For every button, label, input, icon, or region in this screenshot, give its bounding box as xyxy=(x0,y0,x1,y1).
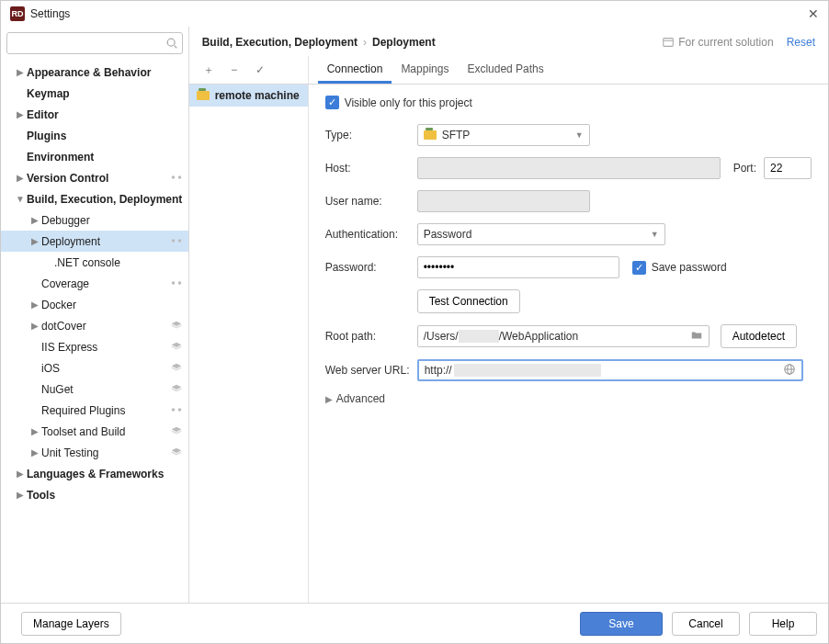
visible-only-checkbox[interactable]: ✓ xyxy=(325,96,339,109)
chevron-down-icon: ▼ xyxy=(575,130,584,140)
chevron-icon: ▶ xyxy=(14,67,27,77)
tree-item-label: NuGet xyxy=(41,383,166,396)
tree-item[interactable]: Plugins xyxy=(1,125,188,146)
password-input[interactable] xyxy=(417,256,619,278)
apply-button[interactable]: ✓ xyxy=(252,62,268,78)
advanced-section-toggle[interactable]: ▶ Advanced xyxy=(325,392,812,405)
globe-icon[interactable] xyxy=(783,363,796,378)
solution-icon xyxy=(170,234,183,249)
tree-item[interactable]: ▶dotCover xyxy=(1,315,188,336)
remove-server-button[interactable]: − xyxy=(226,62,243,78)
tree-item-label: dotCover xyxy=(41,320,166,333)
window-title: Settings xyxy=(30,7,70,20)
username-label: User name: xyxy=(325,195,417,208)
svg-point-7 xyxy=(177,281,181,285)
svg-line-1 xyxy=(174,46,176,49)
tree-item-label: Toolset and Build xyxy=(41,425,166,438)
tree-item-label: Appearance & Behavior xyxy=(27,66,183,79)
tree-item[interactable]: ▼Build, Execution, Deployment xyxy=(1,188,188,209)
layers-icon xyxy=(170,319,183,333)
test-connection-button[interactable]: Test Connection xyxy=(417,289,520,313)
tree-item[interactable]: Environment xyxy=(1,146,188,167)
svg-point-2 xyxy=(171,175,175,179)
tree-item-label: Debugger xyxy=(41,214,183,227)
svg-point-6 xyxy=(171,281,175,285)
search-input-wrapper xyxy=(6,32,183,54)
cancel-button[interactable]: Cancel xyxy=(672,612,740,636)
tree-item[interactable]: ▶Version Control xyxy=(1,167,188,188)
tree-item[interactable]: .NET console xyxy=(1,252,188,273)
host-label: Host: xyxy=(325,162,417,175)
tree-item[interactable]: ▶Toolset and Build xyxy=(1,421,188,442)
tree-item[interactable]: IIS Express xyxy=(1,336,188,357)
tree-item-label: Version Control xyxy=(27,172,166,185)
for-current-solution-label: For current solution xyxy=(662,36,773,49)
save-password-checkbox[interactable]: ✓ xyxy=(632,261,646,275)
manage-layers-button[interactable]: Manage Layers xyxy=(21,612,121,636)
svg-point-9 xyxy=(177,408,181,412)
host-input[interactable] xyxy=(417,157,721,179)
tree-item-label: Deployment xyxy=(41,235,166,248)
tree-item-label: Coverage xyxy=(41,277,166,290)
tree-item[interactable]: ▶Docker xyxy=(1,294,188,315)
solution-icon xyxy=(170,171,183,186)
chevron-right-icon: ▶ xyxy=(325,394,333,404)
chevron-icon: ▶ xyxy=(14,490,27,500)
tree-item[interactable]: NuGet xyxy=(1,378,188,400)
auth-select[interactable]: Password ▼ xyxy=(417,223,665,245)
breadcrumb: Build, Execution, Deployment › Deploymen… xyxy=(202,36,663,49)
tree-item[interactable]: iOS xyxy=(1,357,188,378)
port-input[interactable] xyxy=(764,157,812,179)
chevron-right-icon: › xyxy=(363,36,367,49)
tree-item[interactable]: ▶Debugger xyxy=(1,209,188,231)
settings-tree: ▶Appearance & BehaviorKeymap▶EditorPlugi… xyxy=(1,60,188,603)
web-url-label: Web server URL: xyxy=(325,364,417,377)
tree-item[interactable]: ▶Unit Testing xyxy=(1,442,188,463)
chevron-icon: ▶ xyxy=(14,109,27,119)
tree-item-label: Languages & Frameworks xyxy=(27,468,183,480)
app-icon: RD xyxy=(10,6,25,21)
tree-item[interactable]: Required Plugins xyxy=(1,400,188,421)
tree-item-label: Environment xyxy=(27,151,183,164)
add-server-button[interactable]: ＋ xyxy=(200,62,217,78)
tab-excluded-paths[interactable]: Excluded Paths xyxy=(458,56,552,84)
dialog-footer: Manage Layers Save Cancel Help xyxy=(1,603,828,643)
tree-item[interactable]: ▶Appearance & Behavior xyxy=(1,62,188,83)
root-path-label: Root path: xyxy=(325,330,417,343)
server-item[interactable]: remote machine xyxy=(189,85,308,107)
layers-icon xyxy=(170,382,183,397)
chevron-down-icon: ▼ xyxy=(651,230,659,239)
auth-label: Authentication: xyxy=(325,228,417,241)
chevron-icon: ▶ xyxy=(14,173,27,183)
folder-icon[interactable] xyxy=(690,329,703,345)
reset-link[interactable]: Reset xyxy=(787,36,815,49)
svg-point-0 xyxy=(167,39,175,46)
tree-item[interactable]: ▶Deployment xyxy=(1,231,188,252)
sftp-icon xyxy=(424,130,437,140)
tree-item[interactable]: ▶Editor xyxy=(1,104,188,125)
search-input[interactable] xyxy=(6,32,183,54)
svg-point-8 xyxy=(171,408,175,412)
chevron-icon: ▶ xyxy=(28,215,41,225)
help-button[interactable]: Help xyxy=(749,612,817,636)
type-select[interactable]: SFTP ▼ xyxy=(417,124,590,146)
tree-item[interactable]: ▶Tools xyxy=(1,484,188,505)
solution-icon xyxy=(170,403,183,418)
tab-mappings[interactable]: Mappings xyxy=(392,56,458,84)
autodetect-button[interactable]: Autodetect xyxy=(721,324,797,348)
tree-item-label: Docker xyxy=(41,299,183,311)
tree-item-label: Keymap xyxy=(27,87,183,100)
tab-connection[interactable]: Connection xyxy=(318,56,392,84)
root-path-input[interactable]: /Users//WebApplication xyxy=(417,325,710,347)
svg-point-4 xyxy=(171,239,175,243)
tree-item[interactable]: Keymap xyxy=(1,83,188,104)
close-icon[interactable]: ✕ xyxy=(808,6,819,21)
tree-item[interactable]: Coverage xyxy=(1,273,188,294)
save-button[interactable]: Save xyxy=(580,612,663,636)
web-url-input[interactable]: http:// xyxy=(417,359,803,381)
chevron-icon: ▼ xyxy=(14,194,27,204)
solution-icon xyxy=(170,277,183,291)
sidebar: ▶Appearance & BehaviorKeymap▶EditorPlugi… xyxy=(1,27,189,603)
tree-item[interactable]: ▶Languages & Frameworks xyxy=(1,463,188,484)
username-input[interactable] xyxy=(417,190,590,212)
